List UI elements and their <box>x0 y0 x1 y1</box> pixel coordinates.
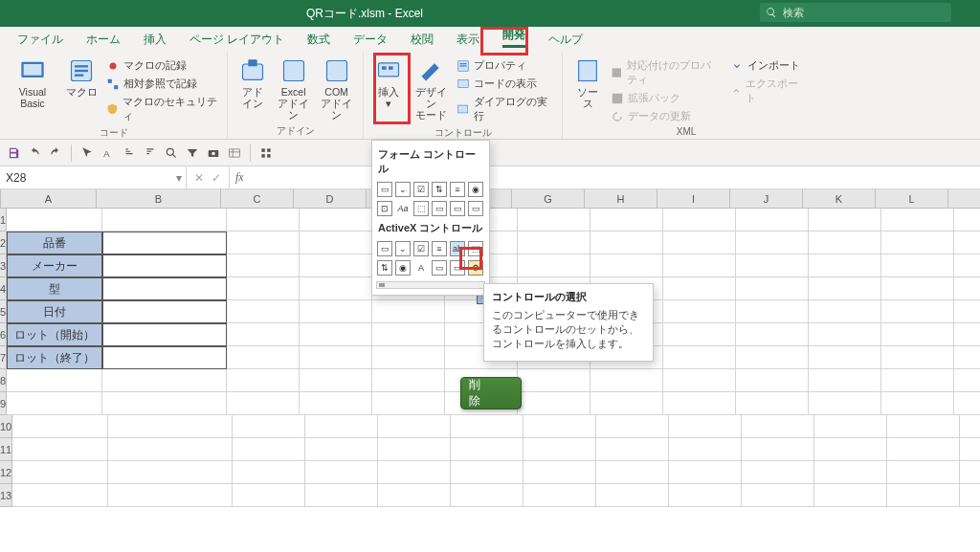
ax-combobox-icon[interactable]: ⌄ <box>395 241 411 256</box>
activex-controls-title: ActiveX コントロール <box>376 218 485 239</box>
relative-reference-button[interactable]: 相対参照で記録 <box>106 76 219 92</box>
enter-icon[interactable]: ✓ <box>212 171 221 185</box>
form-checkbox-icon[interactable]: ☑ <box>413 182 429 197</box>
form-toggle-icon[interactable]: ▭ <box>468 201 483 216</box>
undo-icon[interactable] <box>27 145 42 161</box>
svg-rect-14 <box>382 66 387 70</box>
ax-button-icon[interactable]: ▭ <box>377 241 392 256</box>
refresh-data-button[interactable]: データの更新 <box>611 108 721 124</box>
tab-review[interactable]: 校閲 <box>399 28 445 52</box>
form-scrollbar-icon[interactable]: ⬚ <box>413 201 429 216</box>
tab-formulas[interactable]: 数式 <box>296 28 342 52</box>
delete-button[interactable]: 削 除 <box>460 377 522 409</box>
col-K[interactable]: K <box>803 189 876 208</box>
tab-developer[interactable]: 開発 <box>491 23 537 52</box>
cell-A3[interactable]: メーカー <box>7 254 102 277</box>
tab-insert[interactable]: 挿入 <box>132 28 178 52</box>
form-textfield-icon[interactable]: ▭ <box>432 201 447 216</box>
macros-button[interactable]: マクロ <box>63 55 100 99</box>
camera-icon[interactable] <box>206 145 221 161</box>
tab-data[interactable]: データ <box>342 28 399 52</box>
addins-button[interactable]: アド イン <box>235 55 269 111</box>
svg-point-25 <box>167 148 173 155</box>
design-mode-button[interactable]: デザイン モード <box>412 55 452 122</box>
col-L[interactable]: L <box>876 189 948 208</box>
ax-scrollbar-icon[interactable]: ⬚ <box>468 241 483 256</box>
find-icon[interactable] <box>164 145 179 161</box>
search-box[interactable]: 検索 <box>760 3 951 22</box>
ax-image-icon[interactable]: ▭ <box>432 260 447 276</box>
form-image-icon[interactable]: ▭ <box>450 201 465 216</box>
svg-text:A: A <box>103 148 110 158</box>
sort-desc-icon[interactable] <box>143 145 158 161</box>
col-A[interactable]: A <box>1 189 97 208</box>
panel-scrollbar[interactable] <box>376 281 485 289</box>
form-option-icon[interactable]: ◉ <box>468 182 483 197</box>
col-G[interactable]: G <box>512 189 585 208</box>
ax-more-controls-icon[interactable]: ⚙ <box>468 260 483 276</box>
ax-spinbutton-icon[interactable]: ⇅ <box>377 260 392 276</box>
cell-A7[interactable]: ロット（終了） <box>7 346 102 369</box>
import-button[interactable]: インポート <box>730 57 802 74</box>
record-macro-button[interactable]: マクロの記録 <box>106 57 219 74</box>
ax-togglebutton-icon[interactable]: ▭ <box>450 260 465 276</box>
form-combobox-icon[interactable]: ⌄ <box>395 182 411 197</box>
cancel-icon[interactable]: ✕ <box>194 171 204 185</box>
excel-addins-button[interactable]: Excel アドイン <box>275 55 312 122</box>
col-D[interactable]: D <box>294 189 367 208</box>
redo-icon[interactable] <box>48 145 63 161</box>
form-listbox-icon[interactable]: ≡ <box>450 182 465 197</box>
insert-controls-button[interactable]: 挿入▾ <box>371 55 407 111</box>
cell-A4[interactable]: 型 <box>7 277 102 300</box>
filter-icon[interactable] <box>185 145 200 161</box>
cursor-icon[interactable] <box>79 145 95 161</box>
com-addins-button[interactable]: COM アドイン <box>318 55 355 122</box>
map-properties-button[interactable]: 対応付けのプロパティ <box>611 57 721 88</box>
macro-security-button[interactable]: マクロのセキュリティ <box>106 94 219 124</box>
cell-A5[interactable]: 日付 <box>7 300 102 323</box>
name-box[interactable]: ▾ <box>0 166 187 188</box>
tab-file[interactable]: ファイル <box>6 28 75 52</box>
ax-option-icon[interactable]: ◉ <box>395 260 411 276</box>
col-I[interactable]: I <box>657 189 730 208</box>
cell-A2[interactable]: 品番 <box>7 232 102 254</box>
col-B[interactable]: B <box>97 189 221 208</box>
name-box-input[interactable] <box>0 171 176 185</box>
expansion-packs-button[interactable]: 拡張パック <box>611 90 721 106</box>
svg-rect-23 <box>612 93 623 103</box>
ax-listbox-icon[interactable]: ≡ <box>432 241 447 256</box>
view-code-button[interactable]: コードの表示 <box>457 76 554 92</box>
tab-view[interactable]: 表示 <box>445 28 491 52</box>
a-icon[interactable]: A <box>100 145 116 161</box>
tab-layout[interactable]: ページ レイアウト <box>178 28 296 52</box>
sort-asc-icon[interactable] <box>122 145 137 161</box>
form-label-icon[interactable]: Aa <box>395 201 411 216</box>
insert-controls-dropdown: フォーム コントロール ▭ ⌄ ☑ ⇅ ≡ ◉ ⊡ Aa ⬚ ▭ ▭ ▭ Act… <box>371 140 490 296</box>
svg-rect-30 <box>267 148 271 152</box>
col-J[interactable]: J <box>730 189 803 208</box>
form-groupbox-icon[interactable]: ⊡ <box>377 201 392 216</box>
ax-textbox-icon[interactable]: ab <box>450 241 465 256</box>
grid-icon[interactable] <box>258 145 274 161</box>
tab-home[interactable]: ホーム <box>75 28 132 52</box>
export-button[interactable]: エクスポート <box>730 76 802 106</box>
col-C[interactable]: C <box>221 189 294 208</box>
svg-rect-12 <box>326 61 346 81</box>
col-M[interactable]: M <box>948 189 980 208</box>
form-button-icon[interactable]: ▭ <box>377 182 392 197</box>
cell-A6[interactable]: ロット（開始） <box>7 323 102 346</box>
form-spinner-icon[interactable]: ⇅ <box>432 182 447 197</box>
properties-button[interactable]: プロパティ <box>457 57 554 74</box>
fx-icon[interactable]: fx <box>235 170 244 185</box>
ax-label-icon[interactable]: A <box>413 260 429 276</box>
svg-rect-5 <box>75 75 83 77</box>
tab-help[interactable]: ヘルプ <box>537 28 594 52</box>
visual-basic-button[interactable]: Visual Basic <box>8 55 57 111</box>
col-H[interactable]: H <box>585 189 657 208</box>
save-icon[interactable] <box>6 145 21 161</box>
group-controls: 挿入▾ デザイン モード プロパティ コードの表示 ダイアログの実行 コントロー… <box>364 52 563 139</box>
source-button[interactable]: ソース <box>570 55 605 111</box>
table-icon[interactable] <box>227 145 242 161</box>
run-dialog-button[interactable]: ダイアログの実行 <box>457 94 554 124</box>
ax-checkbox-icon[interactable]: ☑ <box>413 241 429 256</box>
